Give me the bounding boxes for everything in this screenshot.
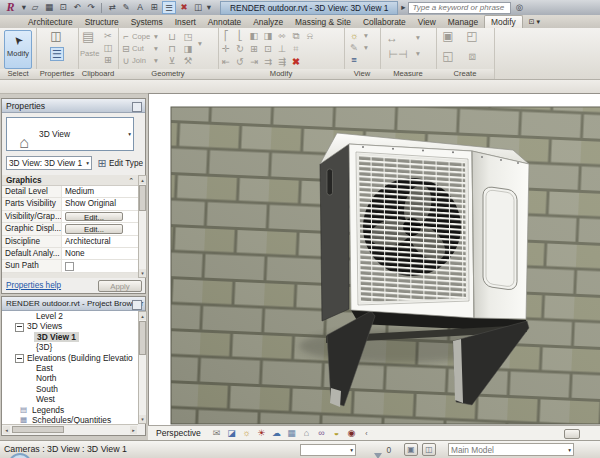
apply-button[interactable]: Apply	[98, 280, 142, 292]
paste-icon[interactable]: ▤	[82, 31, 94, 43]
properties-scrollbar[interactable]: ▴ ▾	[138, 175, 147, 278]
view-layout-icon[interactable]: ⊞	[148, 1, 160, 14]
demolish-icon[interactable]: ◳	[182, 31, 194, 43]
redo-icon[interactable]: ↷	[85, 1, 97, 14]
wall-joins-icon[interactable]: ⊔	[166, 31, 178, 43]
main-model-select[interactable]: Main Model▾	[448, 443, 574, 456]
match-type-icon[interactable]: ⊞	[102, 54, 114, 66]
measure-points-icon[interactable]: ⊢⊣	[386, 48, 410, 60]
crop-view-icon[interactable]: ▦	[286, 427, 297, 440]
print-icon[interactable]: ⊡	[57, 1, 69, 14]
linework-icon[interactable]: ✎	[348, 42, 360, 54]
family-types-icon[interactable]: ◫	[50, 30, 62, 42]
trim-icon[interactable]: ⊥	[276, 43, 288, 55]
browser-vscrollbar[interactable]: ▴ ▾	[138, 311, 147, 424]
thin-lines-icon[interactable]: ≡	[348, 54, 360, 66]
graphic-display-edit-button[interactable]: Edit...	[65, 224, 123, 234]
split-icon[interactable]: ✛	[220, 43, 232, 55]
editable-only-icon-button[interactable]: ◫	[422, 443, 436, 456]
rotate2-icon[interactable]: ↺	[234, 56, 246, 68]
create-parts-icon[interactable]: ⧈	[466, 50, 478, 62]
trim2-icon[interactable]: ⇉	[262, 56, 274, 68]
workset-icon-button[interactable]: ▣	[404, 443, 418, 456]
tree-item-3d-default[interactable]: {3D}	[2, 342, 138, 352]
palette-menu-icon[interactable]	[132, 102, 142, 112]
paint-icon[interactable]: ◨	[182, 43, 194, 55]
tree-item-level2[interactable]: Level 2	[2, 311, 138, 321]
move-icon[interactable]: ⬄	[276, 30, 288, 42]
tab-insert[interactable]: Insert	[169, 16, 202, 28]
lightbulb-icon[interactable]: ☼	[348, 30, 360, 42]
cascade-icon[interactable]: ◫	[192, 1, 204, 14]
tab-analyze[interactable]: Analyze	[247, 16, 289, 28]
create-assembly-icon[interactable]: ◱	[442, 50, 454, 62]
browser-hscrollbar[interactable]: ◂ ▸	[2, 424, 138, 435]
tab-annotate[interactable]: Annotate	[202, 16, 248, 28]
tab-systems[interactable]: Systems	[125, 16, 169, 28]
join-icon[interactable]: ∪	[120, 55, 132, 67]
selection-filter[interactable]: 0	[374, 445, 391, 458]
move2-icon[interactable]: ⇤	[220, 56, 232, 68]
copy-icon[interactable]: ◫	[102, 42, 114, 54]
measure-line-icon[interactable]: ↔	[386, 32, 398, 44]
collapse-node-icon[interactable]	[15, 354, 24, 363]
size-crop-icon[interactable]: ✉	[211, 427, 222, 440]
switch-windows-icon[interactable]: ⇄	[106, 1, 118, 14]
view-scale-label[interactable]: Perspective	[156, 428, 201, 438]
tab-view[interactable]: View	[412, 16, 442, 28]
edit-type-button[interactable]: Edit Type	[109, 159, 143, 168]
instance-selector[interactable]: 3D View: 3D View 1▾	[6, 156, 92, 170]
temporary-hide-icon[interactable]: ◒	[331, 427, 342, 440]
browser-menu-icon[interactable]	[132, 300, 142, 310]
cut-icon[interactable]: ✂	[102, 30, 114, 42]
collapse-node-icon[interactable]	[15, 323, 24, 332]
unjoin-icon[interactable]: ⊻	[166, 55, 178, 67]
scale-icon[interactable]: ⊡	[262, 43, 274, 55]
mirror-axis-icon[interactable]: ◨	[262, 30, 274, 42]
revit-logo-button[interactable]: R	[2, 1, 19, 15]
project-browser-header[interactable]: RENDER outdoor.rvt - Project Browser	[2, 297, 145, 311]
property-row[interactable]: Sun Path	[2, 260, 138, 272]
property-row[interactable]: Detail Level Medium	[2, 186, 138, 198]
tree-item-east[interactable]: East	[2, 363, 138, 373]
sun-path-icon[interactable]: ☼	[241, 427, 252, 440]
mirror-icon[interactable]: ◧	[248, 30, 260, 42]
align-icon[interactable]: ⎡	[220, 30, 232, 42]
tree-item-schedules[interactable]: ▦ Schedules/Quantities	[2, 415, 138, 424]
offset-icon[interactable]: ⎣	[234, 30, 246, 42]
search-input[interactable]	[408, 2, 511, 14]
logo-caret-icon[interactable]: ▾	[21, 1, 27, 14]
collapse-section-icon[interactable]: ⌃	[128, 175, 134, 186]
3d-canvas[interactable]	[148, 93, 600, 426]
array-icon[interactable]: ⊞	[248, 43, 260, 55]
properties-help-link[interactable]: Properties help	[6, 281, 61, 290]
create-group-icon[interactable]: ▣	[442, 30, 454, 42]
cut-geometry-icon[interactable]: ⊟	[120, 43, 132, 55]
rotate-icon[interactable]: ↻	[234, 43, 246, 55]
tab-architecture[interactable]: Architecture	[22, 16, 79, 28]
split-face-icon[interactable]: ⚒	[182, 55, 194, 67]
tree-item-west[interactable]: West	[2, 394, 138, 404]
canvas-corner-button[interactable]	[564, 429, 580, 439]
extend-icon[interactable]: ⇥	[248, 56, 260, 68]
modify-tool-button[interactable]: ➤ Modify	[4, 30, 32, 69]
shadows-icon[interactable]: ☀	[256, 427, 267, 440]
reveal-hidden-icon[interactable]: ◉	[346, 427, 357, 440]
close-hidden-icon[interactable]: ✖	[178, 1, 190, 14]
cope-icon[interactable]: ⌐	[120, 31, 132, 43]
split2-icon[interactable]: ⇶	[276, 56, 288, 68]
property-row[interactable]: Graphic Displ... Edit...	[2, 223, 138, 235]
qat-caret-icon[interactable]: ▾	[206, 1, 212, 14]
property-row[interactable]: Discipline Architectural	[2, 236, 138, 248]
property-row[interactable]: Default Analy... None	[2, 248, 138, 260]
copy-modify-icon[interactable]: ⧉	[290, 30, 302, 42]
property-row[interactable]: Visibility/Grap... Edit...	[2, 211, 138, 223]
tree-item-south[interactable]: South	[2, 384, 138, 394]
unpin-icon[interactable]: ⌗	[290, 43, 302, 55]
properties-palette-icon[interactable]: ☰	[50, 47, 64, 61]
vcb-collapse-icon[interactable]: ‹	[361, 427, 372, 440]
text-icon[interactable]: A	[134, 1, 146, 14]
undo-icon[interactable]: ↶	[71, 1, 83, 14]
open-icon[interactable]: ▱	[29, 1, 41, 14]
tab-structure[interactable]: Structure	[79, 16, 125, 28]
